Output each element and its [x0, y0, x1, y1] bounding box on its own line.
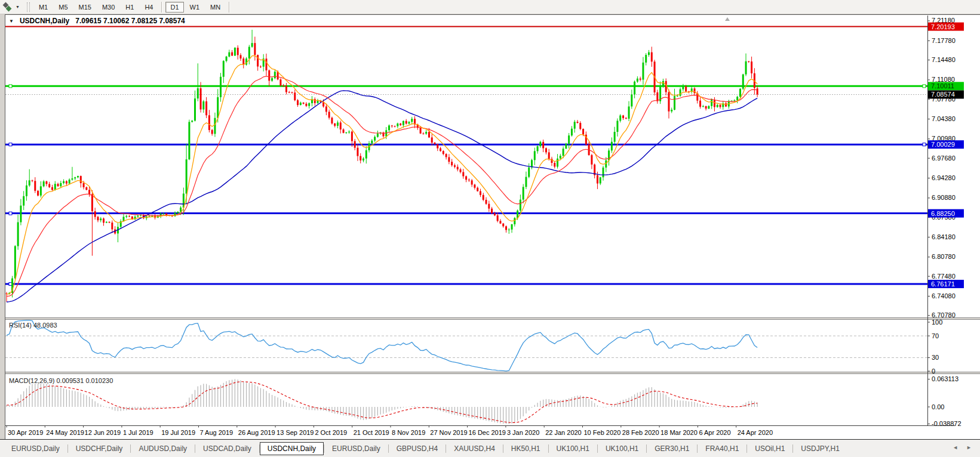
tab-usdcnh-daily[interactable]: USDCNH,Daily	[260, 442, 324, 455]
macd-indicator-label: MACD(12,26,9) 0.009531 0.010230	[9, 377, 113, 384]
resistance-price-tag-value: 7.20193	[931, 23, 955, 30]
time-axis-label: 30 Apr 2019	[8, 429, 43, 436]
rsi-axis-label: 100	[932, 319, 942, 326]
price-axis-label: 7.14480	[932, 56, 956, 63]
blue-level-price-tag-value: 6.88250	[931, 210, 955, 217]
tab-ger30-h1[interactable]: GER30,H1	[647, 443, 697, 455]
timeframe-button-m15[interactable]: M15	[74, 2, 96, 13]
support-green-line-handle[interactable]	[923, 85, 926, 88]
tab-scroll-arrows: ◄ ►	[953, 444, 972, 450]
time-axis-label: 10 Feb 2020	[584, 429, 621, 436]
price-axis-label: 6.74080	[932, 292, 956, 299]
candle	[234, 47, 236, 56]
tab-uk100-h1[interactable]: UK100,H1	[549, 443, 597, 455]
time-axis-label: 8 Nov 2019	[392, 429, 425, 436]
time-axis-label: 3 Jan 2020	[507, 429, 539, 436]
tab-eurusd-daily[interactable]: EURUSD,Daily	[4, 443, 67, 455]
time-axis-label: 19 Jul 2019	[161, 429, 195, 436]
chart-tabs: EURUSD,DailyUSDCHF,DailyAUDUSD,DailyUSDC…	[4, 441, 847, 456]
support-line-1-handle[interactable]	[9, 143, 12, 146]
price-axis-label: 6.94280	[932, 174, 956, 181]
candle	[188, 120, 190, 160]
candle	[565, 143, 567, 149]
time-axis-label: 21 Oct 2019	[354, 429, 389, 436]
timeframe-buttons: M1M5M15M30H1H4D1W1MN	[33, 2, 232, 13]
macd-axis-label: -0.038872	[932, 420, 961, 427]
macd-axis-label: 0.00	[932, 403, 944, 410]
tab-scroll-right-icon[interactable]: ►	[966, 444, 972, 450]
blue-level-price-tag-value: 7.00029	[931, 141, 955, 148]
tab-scroll-left-icon[interactable]: ◄	[953, 444, 958, 450]
time-axis-label: 28 Feb 2020	[622, 429, 659, 436]
tab-usdjpy-h1[interactable]: USDJPY,H1	[793, 443, 847, 455]
time-axis-label: 27 Nov 2019	[430, 429, 467, 436]
timeframe-button-h1[interactable]: H1	[121, 2, 139, 13]
tab-hk50-h1[interactable]: HK50,H1	[503, 443, 548, 455]
tab-fra40-h1[interactable]: FRA40,H1	[698, 443, 746, 455]
chart-style-diamond-icon[interactable]	[2, 2, 14, 12]
chart-background	[5, 15, 980, 439]
price-axis-label: 6.77480	[932, 273, 956, 280]
time-axis-label: 18 Mar 2020	[660, 429, 698, 436]
timeframe-button-mn[interactable]: MN	[205, 2, 225, 13]
tab-usoil-h1[interactable]: USOil,H1	[747, 443, 792, 455]
candle	[742, 74, 744, 90]
tab-audusd-daily[interactable]: AUDUSD,Daily	[131, 443, 195, 455]
rsi-axis-label: 70	[932, 332, 939, 339]
blue-level-price-tag-value: 6.76171	[931, 280, 955, 288]
chevron-down-icon[interactable]: ▼	[16, 5, 20, 9]
tab-eurusd-daily[interactable]: EURUSD,Daily	[324, 443, 388, 455]
time-axis-label: 1 Jul 2019	[123, 429, 153, 436]
timeframe-button-w1[interactable]: W1	[185, 2, 205, 13]
price-axis-label: 7.04380	[932, 115, 956, 122]
time-axis-label: 6 Apr 2020	[699, 429, 730, 436]
support-line-2-handle[interactable]	[9, 212, 12, 215]
mt4-application: ▼ M1M5M15M30H1H4D1W1MN 7.211807.177807.1…	[0, 0, 980, 457]
timeframe-button-m30[interactable]: M30	[97, 2, 119, 13]
timeframe-button-m5[interactable]: M5	[54, 2, 72, 13]
tab-gbpusd-h4[interactable]: GBPUSD,H4	[389, 443, 446, 455]
timeframe-toolbar: ▼ M1M5M15M30H1H4D1W1MN	[0, 0, 980, 14]
time-axis-label: 22 Jan 2020	[545, 429, 582, 436]
tab-xauusd-h4[interactable]: XAUUSD,H4	[446, 443, 503, 455]
toolbar-separator	[229, 2, 229, 13]
support-green-line-handle[interactable]	[9, 85, 12, 88]
time-axis-label: 2 Oct 2019	[315, 429, 347, 436]
chart-title: ▼ USDCNH,Daily 7.09615 7.10062 7.08125 7…	[9, 17, 185, 25]
time-axis-label: 13 Sep 2019	[277, 429, 314, 436]
rsi-axis-label: 0	[932, 368, 935, 375]
chart-tab-bar: EURUSD,DailyUSDCHF,DailyAUDUSD,DailyUSDC…	[0, 439, 980, 457]
timeframe-button-m1[interactable]: M1	[34, 2, 53, 13]
tab-usdcad-daily[interactable]: USDCAD,Daily	[195, 443, 259, 455]
toolbar-separator	[161, 2, 162, 13]
candle	[331, 116, 333, 124]
candle	[37, 190, 39, 196]
time-axis-label: 16 Dec 2019	[469, 429, 506, 436]
candle	[14, 245, 16, 280]
time-axis-label: 26 Aug 2019	[238, 429, 275, 436]
rsi-axis-label: 30	[932, 354, 939, 361]
time-axis-label: 24 Apr 2020	[738, 429, 773, 436]
macd-axis-label: 0.063113	[932, 375, 959, 382]
price-axis-label: 7.17780	[932, 37, 956, 44]
chart-menu-caret-icon[interactable]: ▼	[9, 18, 14, 24]
time-axis-label: 12 Jun 2019	[85, 429, 121, 436]
tab-usdchf-daily[interactable]: USDCHF,Daily	[68, 443, 131, 455]
time-axis-label: 24 May 2019	[46, 429, 84, 436]
chart-window: 7.211807.177807.144807.110807.077807.043…	[5, 14, 980, 439]
price-axis-label: 6.80780	[932, 253, 956, 260]
green-level-price-tag-value: 7.10011	[931, 82, 954, 89]
price-axis-label: 6.97680	[932, 155, 956, 162]
price-chart-canvas[interactable]: 7.211807.177807.144807.110807.077807.043…	[5, 15, 980, 439]
candle	[279, 78, 281, 87]
tab-uk100-h1[interactable]: UK100,H1	[598, 443, 646, 455]
chart-symbol-label: USDCNH,Daily	[20, 17, 69, 25]
time-axis-label: 7 Aug 2019	[200, 429, 234, 436]
price-axis-label: 6.84180	[932, 233, 956, 240]
current-price-tag-value: 7.08574	[931, 91, 955, 98]
toolbar-grip-handle[interactable]	[27, 2, 30, 12]
timeframe-button-d1[interactable]: D1	[165, 2, 183, 13]
support-line-1-handle[interactable]	[923, 143, 926, 146]
rsi-indicator-label: RSI(14) 48.0983	[9, 322, 57, 329]
timeframe-button-h4[interactable]: H4	[140, 2, 158, 13]
